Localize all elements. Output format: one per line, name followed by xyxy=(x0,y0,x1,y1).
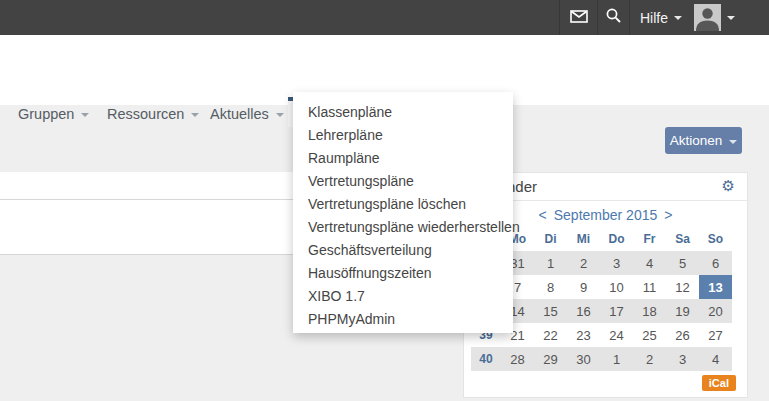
nav-item-gruppen[interactable]: Gruppen xyxy=(12,97,95,127)
calendar-day[interactable]: 3 xyxy=(666,347,699,371)
day-header: So xyxy=(699,227,732,251)
help-label: Hilfe xyxy=(640,10,668,26)
calendar-day[interactable]: 1 xyxy=(600,347,633,371)
ical-button[interactable]: iCal xyxy=(702,375,736,391)
day-header: Di xyxy=(534,227,567,251)
mail-button[interactable] xyxy=(559,0,597,35)
menu-item[interactable]: Vertretungspläne wiederherstellen xyxy=(293,216,513,239)
day-header: Do xyxy=(600,227,633,251)
calendar-day[interactable]: 24 xyxy=(600,323,633,347)
chevron-down-icon xyxy=(81,113,89,117)
prev-month-button[interactable]: < xyxy=(539,207,547,223)
gear-icon[interactable]: ⚙ xyxy=(722,179,735,194)
menu-item[interactable]: Klassenpläne xyxy=(293,101,513,124)
chevron-down-icon xyxy=(674,16,682,20)
menu-item[interactable]: PHPMyAdmin xyxy=(293,308,513,331)
calendar-day[interactable]: 6 xyxy=(699,251,732,275)
calendar-day[interactable]: 3 xyxy=(600,251,633,275)
calendar-day[interactable]: 26 xyxy=(666,323,699,347)
calendar-day[interactable]: 4 xyxy=(699,347,732,371)
avatar xyxy=(694,4,721,31)
top-bar: Hilfe xyxy=(0,0,769,35)
chevron-down-icon xyxy=(276,113,284,117)
calendar-day[interactable]: 1 xyxy=(534,251,567,275)
nav-item-label: Aktuelles xyxy=(210,106,269,122)
calendar-week-row: 402829301234 xyxy=(471,347,732,371)
calendar-day[interactable]: 19 xyxy=(666,299,699,323)
nav-item-ressourcen[interactable]: Ressourcen xyxy=(101,97,205,127)
menu-item[interactable]: Geschäftsverteilung xyxy=(293,239,513,262)
calendar-day[interactable]: 16 xyxy=(567,299,600,323)
nav-item-label: Ressourcen xyxy=(107,106,184,122)
calendar-day[interactable]: 2 xyxy=(567,251,600,275)
calendar-day[interactable]: 25 xyxy=(633,323,666,347)
calendar-day[interactable]: 27 xyxy=(699,323,732,347)
search-icon xyxy=(605,7,622,28)
calendar-day[interactable]: 2 xyxy=(633,347,666,371)
calendar-day[interactable]: 18 xyxy=(633,299,666,323)
week-number: 40 xyxy=(471,347,501,371)
menu-item[interactable]: Vertretungspläne löschen xyxy=(293,193,513,216)
help-menu[interactable]: Hilfe xyxy=(630,0,692,35)
calendar-day[interactable]: 23 xyxy=(567,323,600,347)
day-header: Fr xyxy=(633,227,666,251)
calendar-day[interactable]: 10 xyxy=(600,275,633,299)
search-button[interactable] xyxy=(597,0,630,35)
nav-item-aktuelles[interactable]: Aktuelles xyxy=(204,97,290,127)
chevron-down-icon xyxy=(727,16,735,20)
calendar-day[interactable]: 11 xyxy=(633,275,666,299)
month-label: September 2015 xyxy=(554,207,658,223)
mail-icon xyxy=(570,9,588,27)
next-month-button[interactable]: > xyxy=(664,207,672,223)
calendar-day[interactable]: 30 xyxy=(567,347,600,371)
chevron-down-icon xyxy=(191,113,199,117)
chevron-down-icon xyxy=(729,140,737,144)
calendar-day[interactable]: 5 xyxy=(666,251,699,275)
menu-item[interactable]: XIBO 1.7 xyxy=(293,285,513,308)
actions-button[interactable]: Aktionen xyxy=(665,127,742,154)
calendar-day[interactable]: 12 xyxy=(666,275,699,299)
menu-item[interactable]: Lehrerpläne xyxy=(293,124,513,147)
day-header: Mi xyxy=(567,227,600,251)
day-header: Sa xyxy=(666,227,699,251)
nav-item-label: Gruppen xyxy=(18,106,74,122)
calendar-day[interactable]: 8 xyxy=(534,275,567,299)
menu-item[interactable]: Raumpläne xyxy=(293,147,513,170)
calendar-day[interactable]: 4 xyxy=(633,251,666,275)
menu-item[interactable]: Vertretungspläne xyxy=(293,170,513,193)
calendar-day[interactable]: 15 xyxy=(534,299,567,323)
calendar-day[interactable]: 28 xyxy=(501,347,534,371)
verwaltung-dropdown: KlassenpläneLehrerpläneRaumpläneVertretu… xyxy=(293,92,513,333)
user-menu[interactable] xyxy=(694,0,735,35)
calendar-day[interactable]: 17 xyxy=(600,299,633,323)
actions-button-label: Aktionen xyxy=(670,133,723,148)
menu-item[interactable]: Hausöffnungszeiten xyxy=(293,262,513,285)
calendar-day-selected[interactable]: 13 xyxy=(699,275,732,299)
calendar-day[interactable]: 9 xyxy=(567,275,600,299)
calendar-day[interactable]: 29 xyxy=(534,347,567,371)
calendar-day[interactable]: 22 xyxy=(534,323,567,347)
calendar-day[interactable]: 20 xyxy=(699,299,732,323)
